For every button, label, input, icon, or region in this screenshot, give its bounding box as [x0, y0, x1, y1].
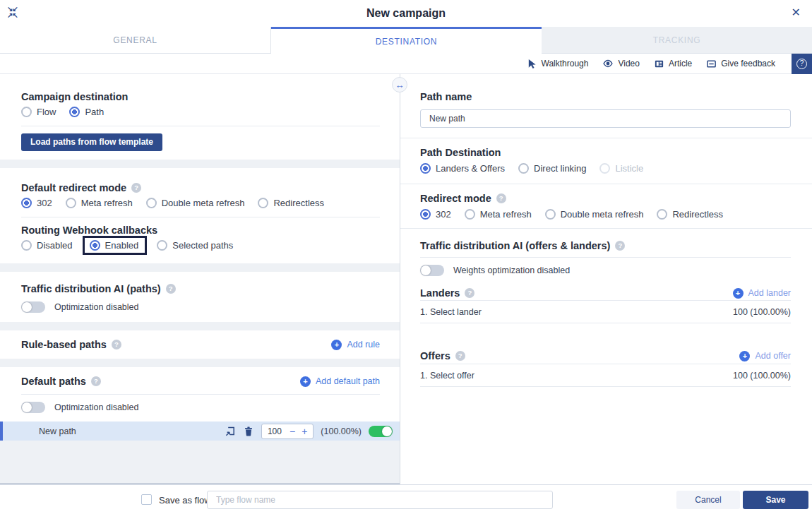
radio-path[interactable]: Path	[69, 107, 104, 117]
help-button[interactable]: ?	[792, 54, 812, 74]
toggle-knob	[382, 426, 392, 436]
dialog-title: New campaign	[0, 7, 812, 20]
default-redirect-mode-title: Default redirect mode	[21, 182, 126, 193]
give-feedback-link[interactable]: Give feedback	[706, 59, 775, 69]
save-as-flow-checkbox[interactable]	[141, 494, 152, 505]
default-paths-optimization-toggle[interactable]	[21, 402, 45, 413]
flow-name-input[interactable]	[207, 491, 553, 509]
feedback-icon	[706, 59, 717, 69]
give-feedback-label: Give feedback	[721, 59, 775, 68]
radio-icon	[21, 107, 32, 117]
radio-webhook-enabled[interactable]: Enabled	[90, 240, 139, 251]
help-icon[interactable]: ?	[131, 183, 141, 193]
radio-webhook-selected-paths[interactable]: Selected paths	[157, 240, 233, 251]
close-icon[interactable]: ✕	[792, 6, 801, 19]
radio-icon	[21, 240, 32, 251]
add-offer-link[interactable]: + Add offer	[739, 351, 791, 361]
radio-icon	[657, 209, 667, 220]
radio-icon	[545, 209, 556, 220]
radio-selected-icon	[69, 107, 80, 117]
radio-double-meta-refresh[interactable]: Double meta refresh	[146, 198, 245, 208]
radio-icon	[258, 198, 268, 208]
radio-listicle-label: Listicle	[615, 163, 643, 174]
load-paths-button[interactable]: Load paths from flow template	[21, 133, 162, 151]
rule-based-paths-card: Rule-based paths ? + Add rule	[0, 330, 400, 359]
radio-flow-label: Flow	[37, 107, 56, 117]
radio-direct-linking-label: Direct linking	[534, 163, 586, 174]
radio-landers-offers[interactable]: Landers & Offers	[420, 163, 505, 174]
panel-resize-handle[interactable]: ↔	[392, 77, 407, 92]
cursor-icon	[527, 59, 537, 69]
redirect-mode-title: Redirect mode	[420, 193, 491, 204]
offer-weight: 100 (100.00%)	[733, 371, 791, 381]
radio-double-meta-refresh-path[interactable]: Double meta refresh	[545, 209, 644, 220]
add-default-path-label: Add default path	[316, 376, 380, 386]
question-icon: ?	[796, 59, 807, 69]
add-default-path-link[interactable]: + Add default path	[300, 376, 380, 387]
lander-row[interactable]: 1. Select lander 100 (100.00%)	[420, 301, 791, 323]
radio-meta-refresh[interactable]: Meta refresh	[66, 198, 133, 208]
cancel-button[interactable]: Cancel	[676, 491, 740, 509]
walkthrough-link[interactable]: Walkthrough	[527, 59, 589, 69]
optimization-toggle[interactable]	[21, 301, 45, 313]
eye-icon	[602, 58, 614, 69]
radio-redirectless-path[interactable]: Redirectless	[657, 209, 723, 220]
radio-302-path[interactable]: 302	[420, 209, 451, 220]
help-icon[interactable]: ?	[91, 376, 101, 386]
article-label: Article	[669, 59, 692, 68]
article-icon	[654, 59, 664, 69]
radio-direct-linking[interactable]: Direct linking	[518, 163, 586, 174]
path-settings-panel: Path name Path Destination Landers & Off…	[400, 74, 812, 484]
add-lander-label: Add lander	[748, 288, 791, 298]
help-icon[interactable]: ?	[455, 351, 465, 361]
toggle-knob	[22, 302, 32, 312]
radio-double-meta-refresh-label: Double meta refresh	[162, 198, 245, 208]
radio-flow[interactable]: Flow	[21, 107, 56, 117]
weight-value[interactable]: 100	[268, 426, 283, 436]
path-name-input[interactable]	[420, 109, 791, 128]
default-path-row[interactable]: New path 100 − + (100.00%)	[0, 422, 400, 441]
tab-destination[interactable]: DESTINATION	[271, 27, 542, 54]
help-icon[interactable]: ?	[615, 241, 625, 251]
lander-name: 1. Select lander	[420, 307, 482, 317]
toggle-knob	[421, 265, 431, 275]
radio-disabled-icon	[599, 163, 610, 174]
radio-double-meta-refresh-path-label: Double meta refresh	[561, 209, 644, 220]
radio-redirectless[interactable]: Redirectless	[258, 198, 324, 208]
default-paths-card: Default paths ? + Add default path Optim…	[0, 367, 400, 441]
minus-button[interactable]: −	[289, 426, 295, 436]
help-bar: Walkthrough Video Article Give feedback …	[0, 54, 812, 74]
dialog-header: ↘↙ ↗↖ New campaign ✕	[0, 0, 812, 27]
plus-button[interactable]: +	[301, 426, 307, 436]
delete-icon[interactable]	[243, 426, 254, 437]
radio-selected-icon	[420, 209, 431, 220]
radio-icon	[146, 198, 157, 208]
help-icon[interactable]: ?	[166, 284, 176, 294]
radio-302[interactable]: 302	[21, 198, 52, 208]
offer-row[interactable]: 1. Select offer 100 (100.00%)	[420, 364, 791, 387]
help-icon[interactable]: ?	[112, 340, 121, 349]
offer-name: 1. Select offer	[420, 371, 474, 381]
radio-meta-refresh-path[interactable]: Meta refresh	[465, 209, 532, 220]
tab-general[interactable]: GENERAL	[0, 27, 271, 54]
radio-selected-icon	[21, 198, 32, 208]
weights-optimization-toggle[interactable]	[420, 265, 444, 276]
new-campaign-dialog: ↘↙ ↗↖ New campaign ✕ GENERAL DESTINATION…	[0, 0, 812, 514]
save-button[interactable]: Save	[743, 491, 808, 509]
add-lander-link[interactable]: + Add lander	[733, 288, 791, 299]
plus-icon: +	[300, 376, 311, 387]
radio-webhook-disabled-label: Disabled	[37, 240, 73, 251]
duplicate-icon[interactable]	[225, 426, 236, 437]
campaign-destination-title: Campaign destination	[21, 91, 380, 102]
lander-weight: 100 (100.00%)	[733, 307, 791, 317]
offers-title: Offers	[420, 350, 450, 361]
video-link[interactable]: Video	[602, 58, 639, 69]
help-icon[interactable]: ?	[465, 288, 474, 298]
help-icon[interactable]: ?	[496, 193, 506, 203]
plus-icon: +	[739, 351, 750, 361]
radio-webhook-disabled[interactable]: Disabled	[21, 240, 73, 251]
add-offer-label: Add offer	[755, 351, 791, 361]
article-link[interactable]: Article	[654, 59, 692, 69]
add-rule-link[interactable]: + Add rule	[331, 340, 380, 350]
path-enabled-toggle[interactable]	[369, 426, 393, 437]
